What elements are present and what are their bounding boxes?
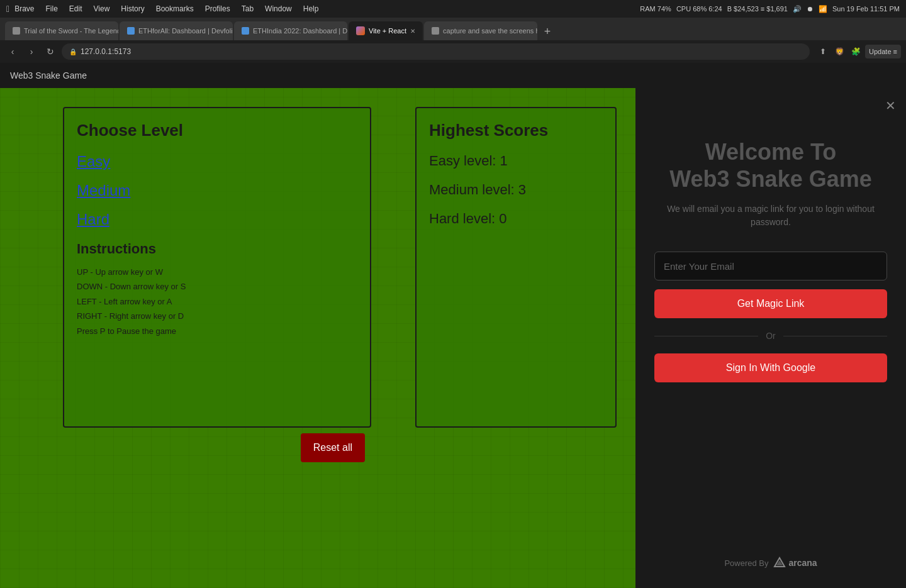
tab-label-2: ETHforAll: Dashboard | Devfolio (138, 27, 233, 35)
instruction-right: RIGHT - Right arrow key or D (77, 309, 357, 323)
tab-label-5: capture and save the screens hot m... (443, 27, 537, 35)
tab-trial[interactable]: Trial of the Sword - The Legend of z... (5, 21, 118, 40)
ram-info: RAM 74% (640, 5, 671, 13)
window-title: Web3 Snake Game (10, 70, 87, 80)
tab-label-4: Vite + React (369, 27, 406, 35)
score-easy: Easy level: 1 (429, 153, 603, 169)
instruction-left: LEFT - Left arrow key or A (77, 294, 357, 309)
tab-close-4[interactable]: ✕ (410, 28, 415, 35)
arcana-logo: arcana (773, 557, 817, 569)
menu-profiles[interactable]: Profiles (205, 4, 230, 13)
google-signin-button[interactable]: Sign In With Google (654, 353, 887, 382)
choose-level-panel: Choose Level Easy Medium Hard Instructio… (63, 107, 371, 428)
arcana-text: arcana (788, 558, 817, 568)
wifi-icon[interactable]: 📶 (819, 5, 827, 13)
extensions-btn[interactable]: 🧩 (849, 45, 863, 58)
menu-file[interactable]: File (45, 4, 57, 13)
tab-favicon-4 (356, 26, 365, 35)
new-tab-button[interactable]: + (539, 23, 556, 40)
auth-panel: ✕ Welcome To Web3 Snake Game We will ema… (635, 88, 906, 588)
choose-level-title: Choose Level (77, 121, 357, 140)
battery-info: B $24,523 ≡ $1,691 (727, 5, 788, 13)
url-text: 127.0.0.1:5173 (81, 47, 131, 56)
instruction-up: UP - Up arrow key or W (77, 265, 357, 279)
app-content: Choose Level Easy Medium Hard Instructio… (0, 88, 906, 588)
share-button[interactable]: ⬆ (816, 45, 830, 58)
tab-favicon-2 (127, 27, 135, 35)
url-bar[interactable]: 🔒 127.0.0.1:5173 (62, 43, 810, 60)
reset-all-button[interactable]: Reset all (301, 433, 365, 462)
game-area: Choose Level Easy Medium Hard Instructio… (0, 88, 635, 588)
datetime: Sun 19 Feb 11:51 PM (832, 5, 900, 13)
menu-help[interactable]: Help (303, 4, 319, 13)
menu-history[interactable]: History (121, 4, 144, 13)
instructions-title: Instructions (77, 241, 357, 257)
mac-system-info: RAM 74% CPU 68% 6:24 B $24,523 ≡ $1,691 … (640, 5, 900, 13)
reload-button[interactable]: ↻ (43, 44, 58, 59)
instruction-pause: Press P to Pause the game (77, 324, 357, 338)
media-icon[interactable]: ⏺ (807, 5, 814, 13)
scores-title: Highest Scores (429, 121, 603, 140)
back-button[interactable]: ‹ (5, 44, 20, 59)
auth-title: Welcome To Web3 Snake Game (669, 138, 872, 192)
email-input[interactable] (654, 252, 887, 280)
tab-ethforall[interactable]: ETHforAll: Dashboard | Devfolio (120, 21, 233, 40)
tab-ethindia[interactable]: ETHIndia 2022: Dashboard | Devfo... (234, 21, 347, 40)
lock-icon: 🔒 (69, 48, 77, 55)
mac-titlebar:  Brave File Edit View History Bookmarks… (0, 0, 906, 18)
brave-shields[interactable]: 🦁 (832, 45, 846, 58)
tab-favicon-1 (13, 27, 20, 35)
arcana-icon (773, 557, 786, 569)
powered-by: Powered By arcana (724, 557, 817, 569)
score-hard: Hard level: 0 (429, 211, 603, 227)
powered-by-label: Powered By (724, 558, 768, 568)
magic-link-button[interactable]: Get Magic Link (654, 289, 887, 318)
scores-panel: Highest Scores Easy level: 1 Medium leve… (415, 107, 617, 428)
or-divider: Or (654, 331, 887, 341)
menu-window[interactable]: Window (265, 4, 292, 13)
forward-button[interactable]: › (24, 44, 39, 59)
browser-actions: ⬆ 🦁 🧩 Update ≡ (816, 45, 901, 58)
tab-vite[interactable]: Vite + React ✕ (349, 21, 423, 40)
tab-bar: Trial of the Sword - The Legend of z... … (0, 18, 906, 40)
auth-subtitle: We will email you a magic link for you t… (654, 202, 887, 229)
or-text: Or (766, 331, 776, 341)
menu-tab[interactable]: Tab (242, 4, 254, 13)
window-titlebar: Web3 Snake Game (0, 63, 906, 88)
medium-level-link[interactable]: Medium (77, 182, 357, 199)
apple-icon[interactable]:  (6, 4, 9, 14)
tab-favicon-3 (242, 27, 249, 35)
menu-bookmarks[interactable]: Bookmarks (156, 4, 194, 13)
menu-view[interactable]: View (94, 4, 110, 13)
mac-menu: Brave File Edit View History Bookmarks P… (14, 4, 318, 13)
menu-brave[interactable]: Brave (14, 4, 34, 13)
tab-label-1: Trial of the Sword - The Legend of z... (24, 27, 118, 35)
close-button[interactable]: ✕ (885, 98, 896, 113)
menu-edit[interactable]: Edit (69, 4, 82, 13)
tab-favicon-5 (432, 27, 439, 35)
easy-level-link[interactable]: Easy (77, 153, 357, 170)
tab-label-3: ETHIndia 2022: Dashboard | Devfo... (253, 27, 347, 35)
score-medium: Medium level: 3 (429, 182, 603, 198)
instruction-down: DOWN - Down arrow key or S (77, 279, 357, 294)
address-bar: ‹ › ↻ 🔒 127.0.0.1:5173 ⬆ 🦁 🧩 Update ≡ (0, 40, 906, 63)
hard-level-link[interactable]: Hard (77, 211, 357, 228)
update-button[interactable]: Update ≡ (865, 45, 901, 58)
volume-icon[interactable]: 🔊 (793, 5, 802, 13)
cpu-info: CPU 68% 6:24 (676, 5, 722, 13)
tab-capture[interactable]: capture and save the screens hot m... (424, 21, 537, 40)
